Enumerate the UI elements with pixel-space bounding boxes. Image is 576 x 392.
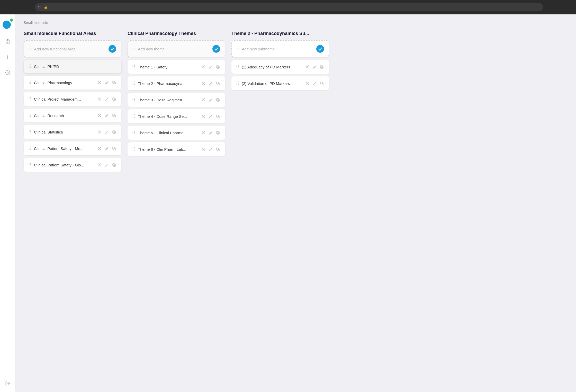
list-item-theme-5-clinical-pharma[interactable]: Theme 5 - Clinical Pharma...	[128, 126, 225, 140]
list-item-clinical-project-management[interactable]: Clinical Project Managem...	[24, 92, 121, 106]
add-card-t2-subthemes[interactable]: +Add new subtheme	[231, 40, 329, 57]
delete-button-theme-1-safety[interactable]	[201, 64, 206, 70]
list-item-theme-6-clin-pharm-lab[interactable]: Theme 6 - Clin Pharm Lab...	[128, 142, 225, 156]
delete-button-theme-6-clin-pharm-lab[interactable]	[201, 146, 206, 152]
minimize-button[interactable]	[549, 4, 555, 10]
window-controls	[549, 4, 572, 10]
svg-point-136	[238, 65, 239, 66]
copy-button-clinical-patient-safety-me[interactable]	[111, 146, 117, 151]
copy-button-clinical-research[interactable]	[111, 113, 117, 118]
edit-button-theme-4-dose-range[interactable]	[208, 113, 213, 119]
edit-button-theme-1-safety[interactable]	[208, 64, 213, 70]
edit-button-clinical-pharmacology[interactable]	[104, 80, 110, 85]
logo-circle	[3, 21, 11, 29]
copy-button-theme-3-dose-regimen[interactable]	[215, 97, 221, 103]
edit-button-theme-5-clinical-pharma[interactable]	[208, 130, 213, 136]
edit-button-theme-3-dose-regimen[interactable]	[208, 97, 213, 103]
delete-button-clinical-pharmacology[interactable]	[97, 80, 102, 85]
copy-button-theme-1-safety[interactable]	[215, 64, 221, 70]
delete-button-clinical-patient-safety-me[interactable]	[97, 146, 102, 151]
maximize-button[interactable]	[557, 4, 564, 10]
edit-button-clinical-patient-safety-glo[interactable]	[104, 162, 110, 168]
logo-dot	[10, 19, 13, 22]
confirm-button-t2-subthemes[interactable]	[316, 45, 324, 53]
delete-button-subtheme-2-validation[interactable]	[304, 81, 310, 86]
delete-button-theme-4-dose-range[interactable]	[201, 113, 206, 119]
confirm-button-functional-areas[interactable]	[109, 45, 116, 53]
copy-button-clinical-patient-safety-glo[interactable]	[111, 162, 117, 168]
copy-button-clinical-project-management[interactable]	[111, 96, 117, 102]
copy-button-theme-5-clinical-pharma[interactable]	[215, 130, 221, 136]
copy-button-theme-4-dose-range[interactable]	[215, 113, 221, 119]
svg-point-50	[30, 132, 31, 133]
copy-button-theme-6-clin-pharm-lab[interactable]	[215, 146, 221, 152]
svg-point-125	[133, 147, 133, 148]
svg-point-98	[134, 99, 135, 100]
delete-button-clinical-statistics[interactable]	[97, 129, 102, 135]
delete-button-clinical-patient-safety-glo[interactable]	[97, 162, 102, 168]
sidebar-item-add[interactable]	[3, 52, 12, 62]
delete-button-clinical-research[interactable]	[97, 113, 102, 118]
list-item-clinical-statistics[interactable]: Clinical Statistics	[24, 125, 121, 139]
edit-button-clinical-statistics[interactable]	[104, 129, 110, 135]
card-actions-clinical-pharmacology	[97, 80, 117, 85]
column-header-cp-themes: Clinical Pharmacology Themes	[128, 31, 225, 36]
svg-point-118	[134, 132, 135, 133]
add-label-functional-areas: Add new functional area	[34, 47, 106, 51]
confirm-button-cp-themes[interactable]	[212, 45, 220, 53]
list-item-clinical-patient-safety-glo[interactable]: Clinical Patient Safety - Glo...	[24, 158, 121, 172]
svg-point-109	[133, 117, 133, 118]
list-item-clinical-pharmacology[interactable]: Clinical Pharmacology	[24, 76, 121, 90]
sidebar-item-settings[interactable]	[3, 68, 12, 77]
svg-point-49	[29, 132, 30, 133]
delete-button-theme-3-dose-regimen[interactable]	[201, 97, 206, 103]
list-item-clinical-research[interactable]: Clinical Research	[24, 109, 121, 122]
svg-point-100	[134, 100, 135, 101]
list-item-theme-4-dose-range[interactable]: Theme 4 - Dose Range Se...	[128, 109, 225, 123]
list-item-theme-2-pharmacodyna[interactable]: Theme 2 - Pharmacodyna...	[128, 76, 225, 90]
copy-button-clinical-pharmacology[interactable]	[111, 80, 117, 85]
column-functional-areas: Small molecule Functional Areas+Add new …	[24, 31, 121, 174]
copy-button-subtheme-1-adequacy[interactable]	[319, 64, 325, 70]
item-label-clinical-pharmacology: Clinical Pharmacology	[34, 81, 94, 85]
sidebar-item-logout[interactable]	[3, 379, 12, 388]
list-item-theme-1-safety[interactable]: Theme 1 - Safety	[128, 60, 225, 74]
list-item-clinical-patient-safety-me[interactable]: Clinical Patient Safety - Me...	[24, 141, 121, 155]
edit-button-theme-6-clin-pharm-lab[interactable]	[208, 146, 213, 152]
svg-point-129	[133, 150, 133, 150]
copy-button-theme-2-pharmacodyna[interactable]	[215, 81, 221, 86]
delete-button-subtheme-1-adequacy[interactable]	[304, 64, 310, 70]
add-card-cp-themes[interactable]: +Add new theme	[128, 40, 225, 57]
edit-button-subtheme-1-adequacy[interactable]	[312, 64, 317, 70]
svg-point-108	[134, 115, 135, 116]
copy-button-subtheme-2-validation[interactable]	[319, 81, 325, 86]
list-item-theme-3-dose-regimen[interactable]: Theme 3 - Dose Regimen	[128, 93, 225, 107]
svg-point-26	[30, 97, 31, 98]
add-icon: +	[29, 46, 32, 52]
reload-button[interactable]	[25, 4, 32, 11]
copy-button-clinical-statistics[interactable]	[111, 129, 117, 135]
svg-point-13	[29, 67, 30, 68]
address-bar[interactable]: 🛡 🔒	[35, 3, 543, 11]
sidebar-item-clipboard[interactable]	[3, 37, 12, 46]
svg-point-145	[237, 81, 237, 82]
edit-button-subtheme-2-validation[interactable]	[312, 81, 317, 86]
svg-point-115	[133, 131, 133, 131]
list-item-clinical-pkpd[interactable]: Clinical PK/PD	[24, 60, 121, 73]
delete-button-theme-5-clinical-pharma[interactable]	[201, 130, 206, 136]
list-item-subtheme-1-adequacy[interactable]: (1) Adequacy of PD Markers	[231, 60, 329, 74]
edit-button-clinical-patient-safety-me[interactable]	[104, 146, 110, 151]
edit-button-clinical-research[interactable]	[104, 113, 110, 118]
edit-button-clinical-project-management[interactable]	[104, 96, 110, 102]
add-card-functional-areas[interactable]: +Add new functional area	[24, 40, 121, 57]
forward-button[interactable]	[14, 4, 22, 11]
back-button[interactable]	[4, 4, 11, 11]
svg-point-17	[29, 82, 30, 83]
list-item-subtheme-2-validation[interactable]: (2) Validation of PD Markers	[231, 76, 329, 90]
add-label-cp-themes: Add new theme	[138, 47, 210, 51]
svg-point-65	[29, 163, 30, 164]
delete-button-theme-2-pharmacodyna[interactable]	[201, 81, 206, 86]
delete-button-clinical-project-management[interactable]	[97, 96, 102, 102]
edit-button-theme-2-pharmacodyna[interactable]	[208, 81, 213, 86]
close-button[interactable]	[566, 4, 572, 10]
